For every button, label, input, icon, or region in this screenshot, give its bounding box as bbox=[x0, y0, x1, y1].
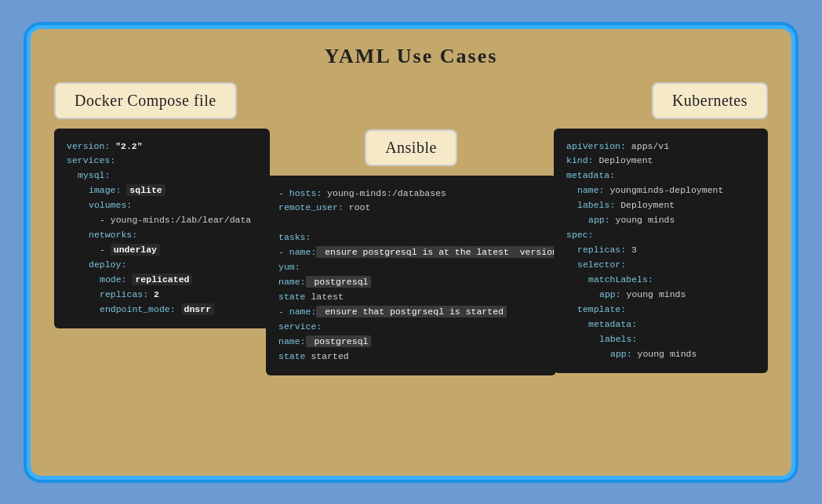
cards-row: Docker Compose file version: "2.2" servi… bbox=[54, 82, 768, 451]
docker-code-block: version: "2.2" services: mysql: image: s… bbox=[54, 129, 270, 329]
kubernetes-column: Kubernetes apiVersion: apps/v1 kind: Dep… bbox=[554, 82, 768, 374]
ansible-column: Ansible - hosts: young-minds:/databases … bbox=[282, 129, 540, 376]
kubernetes-label: Kubernetes bbox=[652, 82, 768, 119]
page-title: YAML Use Cases bbox=[54, 45, 768, 68]
docker-label: Docker Compose file bbox=[54, 82, 237, 119]
docker-column: Docker Compose file version: "2.2" servi… bbox=[54, 82, 268, 329]
main-container: YAML Use Cases Docker Compose file versi… bbox=[27, 25, 795, 480]
ansible-code-block: - hosts: young-minds:/databases remote_u… bbox=[266, 176, 556, 376]
kubernetes-code-block: apiVersion: apps/v1 kind: Deployment met… bbox=[554, 129, 768, 374]
ansible-label: Ansible bbox=[365, 129, 457, 166]
